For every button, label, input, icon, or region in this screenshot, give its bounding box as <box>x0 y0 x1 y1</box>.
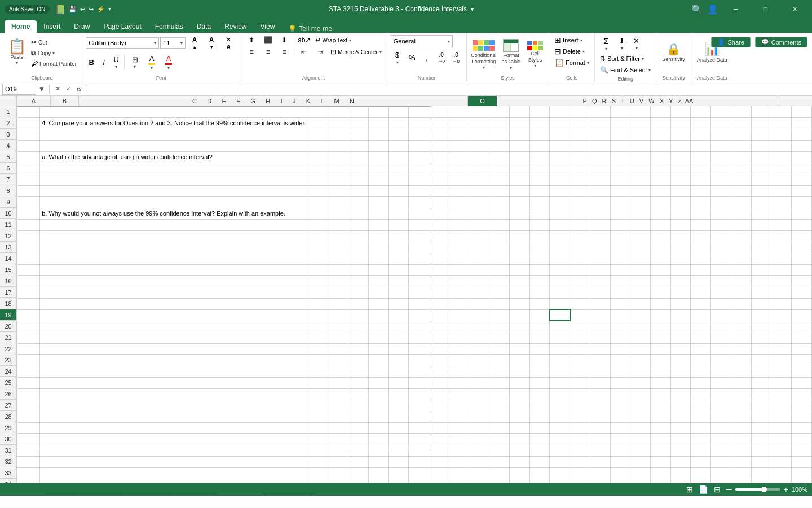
table-row[interactable] <box>449 366 469 377</box>
table-row[interactable] <box>529 163 550 174</box>
table-row[interactable] <box>691 479 711 483</box>
redo-icon[interactable]: ↪ <box>89 6 94 13</box>
table-row[interactable] <box>40 400 308 411</box>
table-row[interactable] <box>792 332 812 343</box>
table-row[interactable] <box>348 321 368 332</box>
table-row[interactable] <box>308 298 328 309</box>
table-row[interactable] <box>469 185 489 196</box>
table-row[interactable] <box>17 366 40 377</box>
table-row[interactable] <box>590 117 610 129</box>
table-row[interactable] <box>429 479 449 483</box>
table-row[interactable] <box>469 117 489 129</box>
table-row[interactable] <box>529 242 550 253</box>
tell-me-input[interactable]: 💡 Tell me me <box>288 25 332 33</box>
table-row[interactable] <box>489 242 510 253</box>
fill-color-button[interactable]: A ▾ <box>144 53 160 72</box>
table-row[interactable] <box>670 185 691 196</box>
copy-button[interactable]: ⧉ Copy ▾ <box>29 48 78 58</box>
table-row[interactable] <box>17 343 40 354</box>
table-row[interactable] <box>449 275 469 287</box>
col-header-rest[interactable]: P Q R S T U V W X Y Z AA <box>497 96 779 106</box>
table-row[interactable] <box>771 298 792 309</box>
col-header-A[interactable]: A <box>17 96 51 106</box>
table-row[interactable] <box>651 275 671 287</box>
table-row[interactable] <box>550 264 570 275</box>
table-row[interactable] <box>711 242 731 253</box>
table-row[interactable] <box>792 467 812 479</box>
table-row[interactable] <box>449 253 469 264</box>
table-row[interactable] <box>17 400 40 411</box>
table-row[interactable] <box>308 366 328 377</box>
table-row[interactable] <box>449 321 469 332</box>
table-row[interactable] <box>529 321 550 332</box>
row-header-21[interactable]: 21 <box>0 332 16 343</box>
table-row[interactable] <box>550 140 570 151</box>
table-row[interactable] <box>529 196 550 208</box>
table-row[interactable] <box>389 140 409 151</box>
table-row[interactable] <box>529 117 550 129</box>
table-row[interactable] <box>711 253 731 264</box>
table-row[interactable] <box>509 163 529 174</box>
table-row[interactable] <box>328 264 348 275</box>
table-row[interactable] <box>368 354 389 366</box>
table-row[interactable] <box>590 129 610 140</box>
table-row[interactable] <box>550 411 570 422</box>
table-row[interactable] <box>429 117 449 129</box>
table-row[interactable] <box>651 219 671 230</box>
table-row[interactable] <box>550 219 570 230</box>
row-header-4[interactable]: 4 <box>0 140 16 151</box>
table-row[interactable] <box>691 456 711 467</box>
table-row[interactable] <box>389 208 409 219</box>
table-row[interactable] <box>308 479 328 483</box>
table-row[interactable] <box>610 230 630 242</box>
table-row[interactable] <box>389 287 409 298</box>
table-row[interactable] <box>610 433 630 445</box>
table-row[interactable] <box>751 219 771 230</box>
user-icon[interactable]: 👤 <box>707 4 718 15</box>
table-row[interactable] <box>751 106 771 117</box>
table-row[interactable] <box>529 129 550 140</box>
tab-page-layout[interactable]: Page Layout <box>96 20 148 33</box>
table-row[interactable] <box>550 151 570 163</box>
table-row[interactable] <box>570 366 590 377</box>
table-row[interactable] <box>570 377 590 388</box>
table-row[interactable] <box>308 287 328 298</box>
table-row[interactable] <box>711 219 731 230</box>
table-row[interactable] <box>429 208 449 219</box>
table-row[interactable] <box>590 275 610 287</box>
table-row[interactable] <box>489 377 510 388</box>
table-row[interactable] <box>731 366 751 377</box>
table-row[interactable] <box>348 275 368 287</box>
table-row[interactable] <box>771 433 792 445</box>
table-row[interactable] <box>771 321 792 332</box>
table-row[interactable] <box>651 456 671 467</box>
table-row[interactable] <box>651 287 671 298</box>
table-row[interactable] <box>509 422 529 433</box>
table-row[interactable] <box>489 388 510 400</box>
table-row[interactable] <box>792 298 812 309</box>
table-row[interactable] <box>771 400 792 411</box>
table-row[interactable] <box>308 230 328 242</box>
table-row[interactable] <box>368 129 389 140</box>
table-row[interactable] <box>691 354 711 366</box>
table-row[interactable] <box>328 411 348 422</box>
table-row[interactable] <box>651 140 671 151</box>
table-row[interactable] <box>429 366 449 377</box>
table-row[interactable] <box>771 332 792 343</box>
table-row[interactable] <box>17 332 40 343</box>
row-header-5[interactable]: 5 <box>0 151 16 163</box>
clear-button[interactable]: ✕ ▾ <box>630 35 643 52</box>
table-row[interactable] <box>368 196 389 208</box>
table-row[interactable] <box>771 174 792 185</box>
table-row[interactable] <box>670 479 691 483</box>
table-row[interactable] <box>590 298 610 309</box>
table-row[interactable] <box>610 163 630 174</box>
table-row[interactable] <box>711 422 731 433</box>
table-row[interactable] <box>308 219 328 230</box>
autorun-icon[interactable]: ⚡ <box>97 6 105 13</box>
table-row[interactable] <box>792 196 812 208</box>
table-row[interactable] <box>670 366 691 377</box>
table-row[interactable] <box>771 208 792 219</box>
sheet-table[interactable]: 4. Compare your answers for Question 2 a… <box>17 106 812 483</box>
table-row[interactable] <box>751 309 771 321</box>
